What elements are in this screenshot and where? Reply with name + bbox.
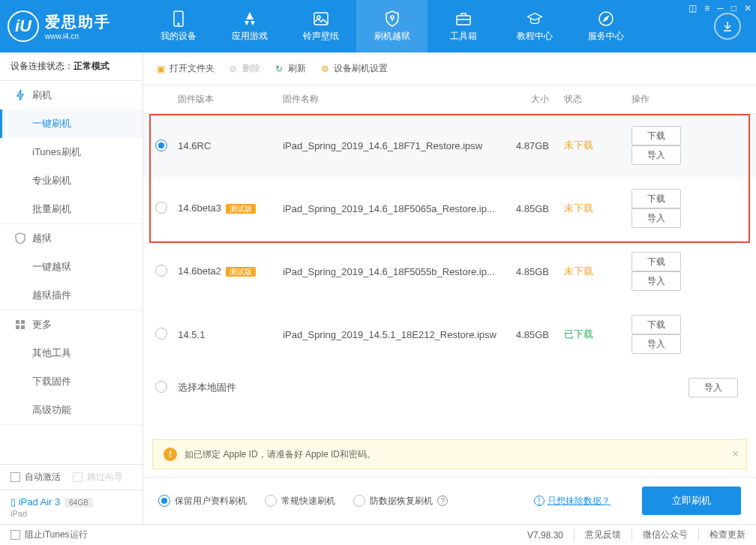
table-row-local[interactable]: 选择本地固件 导入 (143, 366, 756, 409)
toolbar: ▣打开文件夹 ⊘删除 ↻刷新 ⚙设备刷机设置 (143, 52, 756, 85)
sidebar-item-advanced[interactable]: 高级功能 (0, 396, 142, 424)
beta-badge: 测试版 (226, 267, 256, 277)
row-radio[interactable] (155, 139, 167, 151)
sidebar-item-batch-flash[interactable]: 批量刷机 (0, 195, 142, 223)
flash-now-button[interactable]: 立即刷机 (642, 487, 741, 515)
feedback-link[interactable]: 意见反馈 (574, 529, 621, 541)
wechat-link[interactable]: 微信公众号 (632, 529, 688, 541)
device-info[interactable]: ▯ iPad Air 364GB iPad (0, 490, 142, 524)
graduation-icon (526, 10, 543, 27)
sidebar-group-flash[interactable]: 刷机 (0, 81, 142, 109)
warning-banner: ! 如已绑定 Apple ID，请准备好 Apple ID和密码。 × (152, 439, 747, 469)
nav-my-device[interactable]: 我的设备 (142, 0, 214, 52)
menu-icon[interactable]: ≡ (704, 3, 710, 13)
app-name: 爱思助手 (45, 12, 111, 32)
close-warning-icon[interactable]: × (732, 448, 739, 461)
row-radio[interactable] (155, 328, 167, 340)
shield-icon (384, 10, 400, 27)
check-update-link[interactable]: 检查更新 (698, 529, 746, 541)
jailbreak-icon (14, 232, 26, 244)
auto-activate-checkbox[interactable] (10, 472, 20, 482)
open-folder-button[interactable]: ▣打开文件夹 (155, 62, 214, 75)
row-radio[interactable] (155, 202, 167, 214)
folder-icon: ▣ (155, 64, 166, 74)
image-icon (313, 10, 329, 27)
warning-icon: ! (164, 448, 177, 461)
import-button[interactable]: 导入 (632, 145, 681, 165)
delete-button[interactable]: ⊘删除 (228, 62, 260, 75)
sidebar-item-other-tools[interactable]: 其他工具 (0, 339, 142, 367)
import-button[interactable]: 导入 (632, 271, 681, 291)
block-itunes-label: 阻止iTunes运行 (25, 529, 88, 541)
download-button[interactable]: 下载 (632, 315, 681, 334)
sidebar-item-pro-flash[interactable]: 专业刷机 (0, 166, 142, 195)
toolbox-icon (455, 10, 472, 27)
compass-icon (598, 10, 614, 27)
option-radio[interactable] (353, 495, 365, 507)
table-row[interactable]: 14.6beta2测试版 iPad_Spring_2019_14.6_18F50… (143, 240, 756, 303)
svg-rect-9 (16, 325, 20, 329)
opt-quick-flash[interactable]: 常规快速刷机 (265, 495, 335, 508)
download-button[interactable]: 下载 (632, 126, 681, 145)
import-button[interactable]: 导入 (632, 334, 681, 354)
maximize-icon[interactable]: □ (731, 3, 736, 13)
opt-anti-recovery[interactable]: 防数据恢复刷机? (353, 495, 448, 508)
option-radio[interactable] (158, 495, 170, 507)
nav-apps[interactable]: 应用游戏 (214, 0, 285, 52)
block-itunes-checkbox[interactable] (10, 530, 20, 540)
delete-icon: ⊘ (228, 64, 238, 74)
svg-point-4 (391, 16, 394, 19)
minimize-icon[interactable]: ─ (717, 3, 724, 13)
info-icon: ! (534, 496, 544, 506)
more-icon (14, 319, 26, 331)
refresh-button[interactable]: ↻刷新 (274, 62, 306, 75)
skin-icon[interactable]: ◫ (688, 3, 697, 13)
erase-data-link[interactable]: !只想抹除数据？ (534, 495, 610, 508)
table-row[interactable]: 14.5.1 iPad_Spring_2019_14.5.1_18E212_Re… (143, 303, 756, 366)
table-row[interactable]: 14.6beta3测试版 iPad_Spring_2019_14.6_18F50… (143, 177, 756, 240)
sidebar-group-jailbreak[interactable]: 越狱 (0, 224, 142, 253)
svg-point-1 (178, 23, 179, 25)
flash-icon (14, 89, 26, 101)
download-progress-icon[interactable] (714, 13, 741, 40)
nav-ringtones[interactable]: 铃声壁纸 (285, 0, 356, 52)
skip-guide-label: 跳过向导 (87, 471, 123, 484)
svg-rect-10 (21, 325, 25, 329)
option-radio[interactable] (265, 495, 277, 507)
table-header: 固件版本 固件名称 大小 状态 操作 (143, 85, 756, 114)
download-button[interactable]: 下载 (632, 252, 681, 271)
sidebar-item-jailbreak-plugins[interactable]: 越狱插件 (0, 281, 142, 310)
flash-settings-button[interactable]: ⚙设备刷机设置 (320, 62, 388, 75)
opt-keep-data[interactable]: 保留用户资料刷机 (158, 495, 247, 508)
download-button[interactable]: 下载 (632, 189, 681, 208)
table-row[interactable]: 14.6RC iPad_Spring_2019_14.6_18F71_Resto… (143, 114, 756, 177)
nav-service[interactable]: 服务中心 (570, 0, 641, 52)
row-radio[interactable] (155, 265, 167, 277)
svg-rect-2 (314, 13, 328, 25)
row-radio[interactable] (155, 381, 167, 393)
skip-guide-checkbox[interactable] (73, 472, 82, 482)
sidebar: 设备连接状态：正常模式 刷机 一键刷机 iTunes刷机 专业刷机 批量刷机 越… (0, 52, 143, 524)
sidebar-group-more[interactable]: 更多 (0, 310, 142, 339)
help-icon[interactable]: ? (437, 496, 448, 506)
connection-status: 设备连接状态：正常模式 (0, 52, 142, 81)
beta-badge: 测试版 (226, 204, 256, 214)
sidebar-item-download-firmware[interactable]: 下载固件 (0, 367, 142, 396)
sidebar-item-oneclick-flash[interactable]: 一键刷机 (0, 109, 142, 138)
nav-flash-jailbreak[interactable]: 刷机越狱 (356, 0, 428, 52)
flash-options: 保留用户资料刷机 常规快速刷机 防数据恢复刷机? !只想抹除数据？ 立即刷机 (143, 477, 756, 524)
import-button[interactable]: 导入 (632, 208, 681, 228)
nav-toolbox[interactable]: 工具箱 (428, 0, 499, 52)
logo-icon: iU (8, 10, 39, 42)
app-url: www.i4.cn (45, 32, 111, 40)
nav-tutorials[interactable]: 教程中心 (499, 0, 570, 52)
close-icon[interactable]: ✕ (744, 3, 752, 13)
sidebar-item-oneclick-jailbreak[interactable]: 一键越狱 (0, 253, 142, 281)
firmware-table: 14.6RC iPad_Spring_2019_14.6_18F71_Resto… (143, 114, 756, 409)
window-controls: ◫ ≡ ─ □ ✕ (688, 3, 752, 13)
sidebar-item-itunes-flash[interactable]: iTunes刷机 (0, 138, 142, 166)
nav-tabs: 我的设备 应用游戏 铃声壁纸 刷机越狱 工具箱 教程中心 服务中心 (142, 0, 699, 52)
import-button[interactable]: 导入 (688, 378, 738, 397)
apps-icon (242, 10, 258, 27)
auto-activate-label: 自动激活 (25, 471, 61, 484)
